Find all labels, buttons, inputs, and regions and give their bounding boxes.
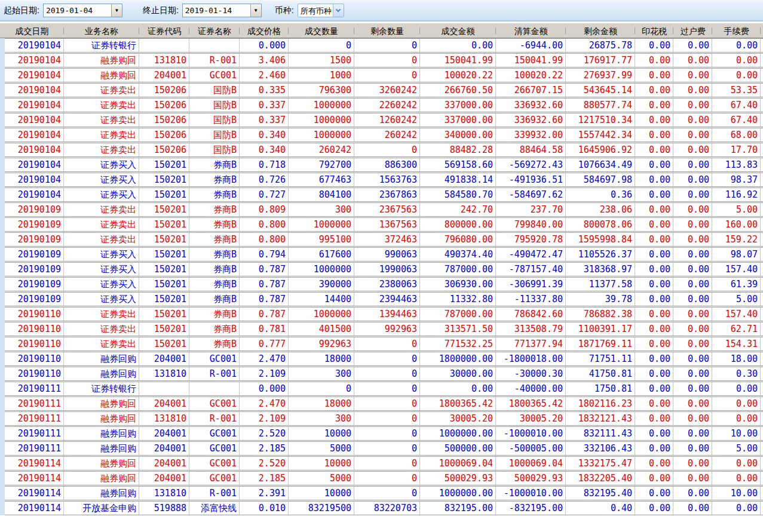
cell-clearing-amount: 500029.93: [496, 472, 566, 485]
cell-security-code: 150201: [139, 337, 189, 350]
table-row[interactable]: 20190104证券买入150201券商B0.71879270088630056…: [5, 158, 763, 172]
cell-remaining-quantity: 2367863: [354, 188, 420, 201]
column-header-amount[interactable]: 成交金额: [420, 23, 496, 38]
table-row[interactable]: 20190110融券回购131810R-0012.109300030000.00…: [5, 367, 763, 381]
table-row[interactable]: 20190110证券卖出150201券商B0.78710000001394463…: [5, 307, 763, 321]
table-row[interactable]: 20190104证券买入150201券商B0.72780410023678635…: [5, 187, 763, 202]
table-row[interactable]: 20190111证券转银行0.000000.00-40000.001750.81…: [5, 382, 763, 396]
cell-stamp-tax: 0.00: [635, 113, 673, 127]
cell-remaining-amount: 832195.40: [566, 487, 635, 500]
cell-remaining-quantity: 2260242: [354, 99, 420, 112]
cell-commission: 113.83: [712, 158, 761, 171]
chevron-down-icon[interactable]: [333, 4, 344, 17]
cell-security-name: R-001: [189, 412, 240, 425]
column-header-commission[interactable]: 手续费: [712, 23, 761, 38]
cell-price: 2.520: [240, 457, 289, 470]
cell-stamp-tax: 0.00: [635, 412, 673, 425]
cell-commission: 10.00: [712, 487, 761, 500]
table-row[interactable]: 20190104证券买入150201券商B0.72667746315637634…: [5, 173, 763, 187]
column-header-transfer-fee[interactable]: 过户费: [673, 23, 712, 38]
table-row[interactable]: 20190104融券购回204001GC0012.46010000100020.…: [5, 68, 763, 82]
cell-remaining-quantity: 0: [354, 39, 420, 52]
table-row[interactable]: 20190104证券卖出150206国防B0.33710000002260242…: [5, 98, 763, 112]
end-date-value: 2019-01-14: [183, 4, 250, 17]
cell-commission: 98.07: [712, 248, 761, 261]
table-row[interactable]: 20190104证券卖出150206国防B0.340260242088482.2…: [5, 143, 763, 157]
cell-quantity: 300: [289, 367, 354, 380]
cell-security-name: 券商B: [189, 337, 240, 350]
currency-combobox[interactable]: 所有币种: [298, 4, 344, 17]
table-row[interactable]: 20190114融券回购131810R-0012.391100000100000…: [5, 486, 763, 500]
cell-commission: 5.00: [712, 293, 761, 306]
table-row[interactable]: 20190104证券转银行0.000000.00-6944.0026875.78…: [5, 38, 763, 53]
cell-stamp-tax: 0.00: [635, 54, 673, 67]
table-row[interactable]: 20190110证券卖出150201券商B0.7779929630771532.…: [5, 337, 763, 351]
cell-quantity: 1000000: [289, 263, 354, 276]
cell-trade-date: 20190104: [5, 128, 64, 142]
table-row[interactable]: 20190111融券购回204001GC0012.470180000180036…: [5, 396, 763, 411]
cell-price: 0.726: [240, 173, 289, 186]
end-date-combobox[interactable]: 2019-01-14 ▼: [182, 4, 262, 17]
cell-stamp-tax: 0.00: [635, 293, 673, 306]
cell-security-code: 150201: [139, 293, 189, 306]
table-row[interactable]: 20190114融券购回204001GC0012.18550000500029.…: [5, 471, 763, 485]
currency-label: 币种:: [275, 5, 294, 16]
table-row[interactable]: 20190109证券卖出150201券商B0.8093002367563242.…: [5, 202, 763, 217]
column-header-remaining-amount[interactable]: 剩余金额: [566, 23, 635, 38]
table-row[interactable]: 20190109证券买入150201券商B0.78710000001990063…: [5, 262, 763, 276]
dropdown-arrow-icon[interactable]: ▼: [111, 4, 122, 17]
column-header-stamp-tax[interactable]: 印花税: [635, 23, 673, 38]
cell-amount: 340000.00: [420, 128, 496, 142]
table-row[interactable]: 20190110融券回购204001GC0012.470180000180000…: [5, 352, 763, 366]
table-row[interactable]: 20190114融券购回204001GC0012.520100000100006…: [5, 456, 763, 471]
table-row[interactable]: 20190109证券卖出150201券商B0.80099510037246379…: [5, 232, 763, 247]
cell-amount: 337000.00: [420, 99, 496, 112]
cell-remaining-quantity: 0: [354, 352, 420, 365]
cell-amount: 584580.70: [420, 188, 496, 201]
cell-security-code: 150206: [139, 143, 189, 156]
cell-business-name: 证券转银行: [64, 382, 139, 395]
cell-remaining-amount: 786882.38: [566, 307, 635, 321]
cell-amount: 491838.14: [420, 173, 496, 186]
table-row[interactable]: 20190104证券卖出150206国防B0.34010000002602423…: [5, 128, 763, 142]
start-date-combobox[interactable]: 2019-01-04 ▼: [43, 4, 122, 17]
cell-security-code: 131810: [139, 54, 189, 67]
cell-remaining-quantity: 2367563: [354, 203, 420, 216]
cell-business-name: 融券购回: [64, 54, 139, 67]
table-row[interactable]: 20190104融券购回131810R-0013.40615000150041.…: [5, 53, 763, 67]
table-row[interactable]: 20190110证券卖出150201券商B0.78140150099296331…: [5, 322, 763, 336]
column-header-security-name[interactable]: 证券名称: [189, 23, 240, 38]
cell-price: 0.794: [240, 248, 289, 261]
table-row[interactable]: 20190111融券回购204001GC0012.520100000100000…: [5, 426, 763, 441]
cell-security-name: 国防B: [189, 143, 240, 156]
cell-clearing-amount: 100020.22: [496, 69, 566, 82]
cell-trade-date: 20190114: [5, 487, 64, 500]
cell-commission: 53.35: [712, 84, 761, 97]
dropdown-arrow-icon[interactable]: ▼: [250, 4, 261, 17]
table-row[interactable]: 20190111融券回购204001GC0012.18550000500000.…: [5, 441, 763, 456]
column-header-trade-date[interactable]: 成交日期: [0, 23, 64, 38]
cell-remaining-amount: 543645.14: [566, 84, 635, 97]
cell-trade-date: 20190109: [5, 278, 64, 291]
cell-transfer-fee: 0.00: [673, 99, 712, 112]
cell-trade-date: 20190104: [5, 84, 64, 97]
cell-business-name: 证券卖出: [64, 307, 139, 321]
cell-remaining-quantity: 0: [354, 397, 420, 410]
cell-commission: 154.31: [712, 337, 761, 350]
cell-transfer-fee: 0.00: [673, 397, 712, 410]
table-row[interactable]: 20190114开放基金申购519888添富快线0.01083219500832…: [5, 501, 763, 515]
table-row[interactable]: 20190109证券买入150201券商B0.78714400239446311…: [5, 292, 763, 306]
column-header-remaining-quantity[interactable]: 剩余数量: [354, 23, 420, 38]
table-row[interactable]: 20190109证券买入150201券商B0.79461760099006349…: [5, 247, 763, 262]
table-row[interactable]: 20190104证券卖出150206国防B0.33710000001260242…: [5, 113, 763, 127]
table-row[interactable]: 20190111融券购回131810R-0012.109300030005.20…: [5, 411, 763, 426]
column-header-quantity[interactable]: 成交数量: [289, 23, 354, 38]
column-header-business-name[interactable]: 业务名称: [64, 23, 139, 38]
table-row[interactable]: 20190109证券卖出150201券商B0.80010000001367563…: [5, 217, 763, 232]
table-row[interactable]: 20190104证券卖出150206国防B0.33579630032602422…: [5, 83, 763, 97]
table-row[interactable]: 20190109证券买入150201券商B0.78739000023800633…: [5, 277, 763, 291]
cell-business-name: 融券购回: [64, 397, 139, 410]
column-header-security-code[interactable]: 证券代码: [139, 23, 189, 38]
column-header-price[interactable]: 成交价格: [240, 23, 289, 38]
column-header-clearing-amount[interactable]: 清算金额: [496, 23, 566, 38]
